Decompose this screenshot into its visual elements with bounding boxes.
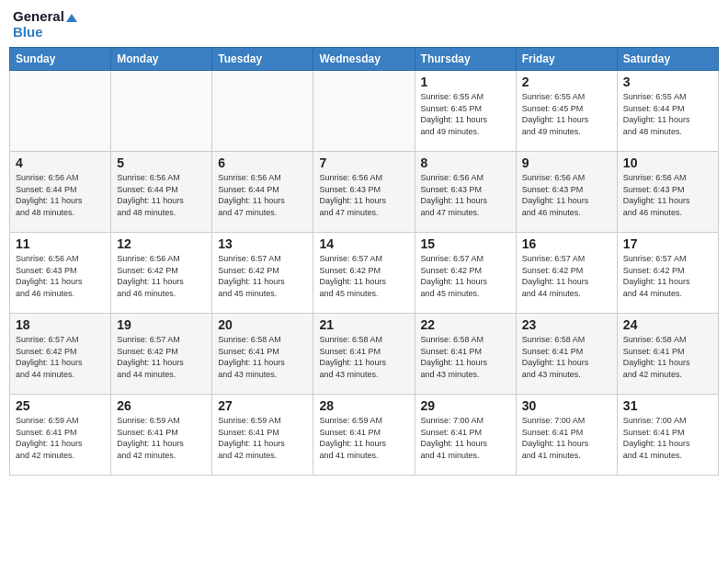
day-number: 30: [522, 398, 611, 413]
day-info: Sunrise: 6:58 AM Sunset: 6:41 PM Dayligh…: [319, 334, 408, 380]
day-number: 7: [319, 155, 408, 170]
day-info: Sunrise: 6:58 AM Sunset: 6:41 PM Dayligh…: [421, 334, 510, 380]
day-info: Sunrise: 7:00 AM Sunset: 6:41 PM Dayligh…: [623, 415, 712, 461]
calendar-cell: 12Sunrise: 6:56 AM Sunset: 6:42 PM Dayli…: [111, 233, 212, 314]
calendar-cell: [10, 71, 111, 152]
weekday-header-wednesday: Wednesday: [313, 48, 415, 71]
day-info: Sunrise: 6:56 AM Sunset: 6:43 PM Dayligh…: [421, 172, 510, 218]
calendar-cell: 7Sunrise: 6:56 AM Sunset: 6:43 PM Daylig…: [313, 152, 415, 233]
day-info: Sunrise: 6:57 AM Sunset: 6:42 PM Dayligh…: [117, 334, 206, 380]
day-number: 28: [319, 398, 408, 413]
calendar-cell: 5Sunrise: 6:56 AM Sunset: 6:44 PM Daylig…: [111, 152, 212, 233]
logo: General Blue: [13, 9, 77, 40]
day-info: Sunrise: 6:58 AM Sunset: 6:41 PM Dayligh…: [522, 334, 611, 380]
day-info: Sunrise: 6:57 AM Sunset: 6:42 PM Dayligh…: [623, 253, 712, 299]
day-info: Sunrise: 6:55 AM Sunset: 6:45 PM Dayligh…: [421, 91, 510, 137]
day-number: 8: [421, 155, 510, 170]
day-info: Sunrise: 6:59 AM Sunset: 6:41 PM Dayligh…: [16, 415, 105, 461]
calendar-cell: 2Sunrise: 6:55 AM Sunset: 6:45 PM Daylig…: [516, 71, 617, 152]
day-info: Sunrise: 6:56 AM Sunset: 6:43 PM Dayligh…: [522, 172, 611, 218]
day-number: 31: [623, 398, 712, 413]
day-info: Sunrise: 6:56 AM Sunset: 6:43 PM Dayligh…: [623, 172, 712, 218]
calendar-cell: [111, 71, 212, 152]
day-info: Sunrise: 6:57 AM Sunset: 6:42 PM Dayligh…: [16, 334, 105, 380]
calendar-week-3: 11Sunrise: 6:56 AM Sunset: 6:43 PM Dayli…: [10, 233, 719, 314]
day-number: 1: [421, 75, 510, 89]
weekday-header-sunday: Sunday: [10, 48, 111, 71]
weekday-header-monday: Monday: [111, 48, 212, 71]
weekday-header-row: SundayMondayTuesdayWednesdayThursdayFrid…: [10, 48, 719, 71]
calendar-cell: 16Sunrise: 6:57 AM Sunset: 6:42 PM Dayli…: [516, 233, 617, 314]
day-number: 23: [522, 317, 611, 332]
calendar-cell: 13Sunrise: 6:57 AM Sunset: 6:42 PM Dayli…: [212, 233, 313, 314]
day-number: 29: [421, 398, 510, 413]
calendar-cell: 14Sunrise: 6:57 AM Sunset: 6:42 PM Dayli…: [313, 233, 415, 314]
day-info: Sunrise: 6:59 AM Sunset: 6:41 PM Dayligh…: [117, 415, 206, 461]
calendar-cell: 24Sunrise: 6:58 AM Sunset: 6:41 PM Dayli…: [617, 314, 718, 395]
day-info: Sunrise: 6:57 AM Sunset: 6:42 PM Dayligh…: [218, 253, 307, 299]
day-number: 6: [218, 155, 307, 170]
calendar-cell: 19Sunrise: 6:57 AM Sunset: 6:42 PM Dayli…: [111, 314, 212, 395]
day-number: 15: [421, 236, 510, 251]
calendar-week-5: 25Sunrise: 6:59 AM Sunset: 6:41 PM Dayli…: [10, 395, 719, 476]
day-info: Sunrise: 6:56 AM Sunset: 6:43 PM Dayligh…: [16, 253, 105, 299]
day-info: Sunrise: 6:56 AM Sunset: 6:44 PM Dayligh…: [218, 172, 307, 218]
logo-text: General Blue: [13, 9, 77, 40]
calendar-week-2: 4Sunrise: 6:56 AM Sunset: 6:44 PM Daylig…: [10, 152, 719, 233]
day-info: Sunrise: 6:59 AM Sunset: 6:41 PM Dayligh…: [319, 415, 408, 461]
day-number: 11: [16, 236, 105, 251]
calendar-cell: 3Sunrise: 6:55 AM Sunset: 6:44 PM Daylig…: [617, 71, 718, 152]
calendar-cell: 28Sunrise: 6:59 AM Sunset: 6:41 PM Dayli…: [313, 395, 415, 476]
calendar-cell: 23Sunrise: 6:58 AM Sunset: 6:41 PM Dayli…: [516, 314, 617, 395]
day-info: Sunrise: 6:56 AM Sunset: 6:42 PM Dayligh…: [117, 253, 206, 299]
day-info: Sunrise: 6:56 AM Sunset: 6:43 PM Dayligh…: [319, 172, 408, 218]
page-header: General Blue: [9, 9, 719, 40]
day-info: Sunrise: 6:55 AM Sunset: 6:45 PM Dayligh…: [522, 91, 611, 137]
day-number: 27: [218, 398, 307, 413]
day-info: Sunrise: 7:00 AM Sunset: 6:41 PM Dayligh…: [421, 415, 510, 461]
weekday-header-friday: Friday: [516, 48, 617, 71]
calendar-cell: 15Sunrise: 6:57 AM Sunset: 6:42 PM Dayli…: [415, 233, 516, 314]
day-number: 10: [623, 155, 712, 170]
day-info: Sunrise: 6:58 AM Sunset: 6:41 PM Dayligh…: [623, 334, 712, 380]
day-number: 21: [319, 317, 408, 332]
day-info: Sunrise: 6:59 AM Sunset: 6:41 PM Dayligh…: [218, 415, 307, 461]
day-info: Sunrise: 6:55 AM Sunset: 6:44 PM Dayligh…: [623, 91, 712, 137]
weekday-header-thursday: Thursday: [415, 48, 516, 71]
weekday-header-saturday: Saturday: [617, 48, 718, 71]
calendar-cell: 20Sunrise: 6:58 AM Sunset: 6:41 PM Dayli…: [212, 314, 313, 395]
calendar-cell: 25Sunrise: 6:59 AM Sunset: 6:41 PM Dayli…: [10, 395, 111, 476]
day-number: 5: [117, 155, 206, 170]
calendar-cell: 21Sunrise: 6:58 AM Sunset: 6:41 PM Dayli…: [313, 314, 415, 395]
day-number: 4: [16, 155, 105, 170]
day-info: Sunrise: 6:57 AM Sunset: 6:42 PM Dayligh…: [522, 253, 611, 299]
calendar-cell: 17Sunrise: 6:57 AM Sunset: 6:42 PM Dayli…: [617, 233, 718, 314]
day-number: 19: [117, 317, 206, 332]
day-number: 13: [218, 236, 307, 251]
day-number: 26: [117, 398, 206, 413]
day-number: 16: [522, 236, 611, 251]
day-info: Sunrise: 6:56 AM Sunset: 6:44 PM Dayligh…: [117, 172, 206, 218]
calendar-cell: 31Sunrise: 7:00 AM Sunset: 6:41 PM Dayli…: [617, 395, 718, 476]
day-number: 2: [522, 75, 611, 89]
day-number: 9: [522, 155, 611, 170]
calendar-cell: 4Sunrise: 6:56 AM Sunset: 6:44 PM Daylig…: [10, 152, 111, 233]
calendar-week-1: 1Sunrise: 6:55 AM Sunset: 6:45 PM Daylig…: [10, 71, 719, 152]
day-number: 17: [623, 236, 712, 251]
day-info: Sunrise: 6:56 AM Sunset: 6:44 PM Dayligh…: [16, 172, 105, 218]
day-info: Sunrise: 7:00 AM Sunset: 6:41 PM Dayligh…: [522, 415, 611, 461]
calendar-cell: 22Sunrise: 6:58 AM Sunset: 6:41 PM Dayli…: [415, 314, 516, 395]
calendar-cell: [212, 71, 313, 152]
day-number: 24: [623, 317, 712, 332]
day-number: 3: [623, 75, 712, 89]
weekday-header-tuesday: Tuesday: [212, 48, 313, 71]
calendar-cell: 9Sunrise: 6:56 AM Sunset: 6:43 PM Daylig…: [516, 152, 617, 233]
day-info: Sunrise: 6:57 AM Sunset: 6:42 PM Dayligh…: [319, 253, 408, 299]
calendar-cell: 8Sunrise: 6:56 AM Sunset: 6:43 PM Daylig…: [415, 152, 516, 233]
day-info: Sunrise: 6:58 AM Sunset: 6:41 PM Dayligh…: [218, 334, 307, 380]
day-number: 18: [16, 317, 105, 332]
calendar-week-4: 18Sunrise: 6:57 AM Sunset: 6:42 PM Dayli…: [10, 314, 719, 395]
calendar-cell: 26Sunrise: 6:59 AM Sunset: 6:41 PM Dayli…: [111, 395, 212, 476]
day-number: 12: [117, 236, 206, 251]
calendar-table: SundayMondayTuesdayWednesdayThursdayFrid…: [9, 47, 719, 476]
